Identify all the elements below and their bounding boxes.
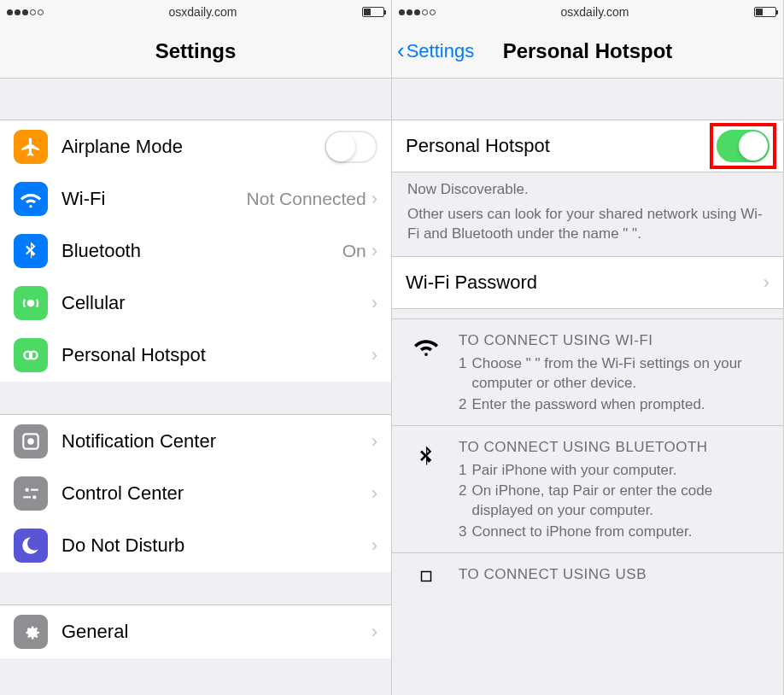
phone-personal-hotspot: osxdaily.com ‹ Settings Personal Hotspot… [392, 0, 784, 695]
row-label: Wi-Fi Password [406, 272, 764, 294]
status-domain: osxdaily.com [561, 5, 629, 19]
row-wifi[interactable]: Wi-Fi Not Connected › [0, 172, 391, 225]
gear-icon [14, 615, 48, 649]
chevron-left-icon: ‹ [397, 38, 405, 64]
chevron-right-icon: › [372, 430, 377, 453]
row-label: Control Center [61, 482, 372, 505]
hotspot-icon [14, 338, 48, 372]
svg-point-6 [32, 495, 36, 499]
row-control-center[interactable]: Control Center › [0, 467, 391, 520]
bluetooth-icon [407, 438, 445, 545]
settings-content: Airplane Mode Wi-Fi Not Connected › Blue… [0, 79, 391, 695]
instruction-step: Pair iPhone with your computer. [471, 461, 676, 481]
discoverable-text: Now Discoverable. Other users can look f… [392, 172, 783, 256]
discoverable-line2: Other users can look for your shared net… [407, 205, 768, 244]
chevron-right-icon: › [764, 272, 769, 294]
row-wifi-password[interactable]: Wi-Fi Password › [392, 256, 783, 309]
notification-icon [14, 424, 48, 458]
svg-point-3 [28, 439, 32, 443]
row-label: Cellular [61, 292, 372, 314]
row-airplane-mode[interactable]: Airplane Mode [0, 120, 391, 173]
instruction-bluetooth: TO CONNECT USING BLUETOOTH 1Pair iPhone … [392, 425, 783, 553]
hotspot-content: Personal Hotspot Now Discoverable. Other… [392, 79, 783, 695]
instruction-step: On iPhone, tap Pair or enter the code di… [471, 482, 768, 521]
svg-rect-5 [31, 488, 38, 490]
back-button[interactable]: ‹ Settings [397, 38, 474, 64]
chevron-right-icon: › [372, 240, 377, 262]
row-do-not-disturb[interactable]: Do Not Disturb › [0, 519, 391, 572]
nav-bar: ‹ Settings Personal Hotspot [392, 24, 783, 79]
svg-rect-8 [422, 572, 431, 581]
instruction-usb: TO CONNECT USING USB [392, 552, 783, 597]
battery-icon [754, 7, 776, 17]
signal-dots [7, 9, 44, 15]
wifi-icon [14, 182, 48, 216]
row-label: Airplane Mode [61, 136, 325, 158]
status-bar: osxdaily.com [392, 0, 783, 24]
phone-settings-list: osxdaily.com Settings Airplane Mode Wi-F… [0, 0, 392, 695]
row-label: Do Not Disturb [61, 534, 372, 557]
row-label: Wi-Fi [61, 188, 247, 210]
row-personal-hotspot[interactable]: Personal Hotspot › [0, 329, 391, 382]
row-general[interactable]: General › [0, 605, 391, 658]
chevron-right-icon: › [372, 621, 377, 643]
chevron-right-icon: › [372, 292, 377, 314]
row-notification-center[interactable]: Notification Center › [0, 415, 391, 468]
cellular-icon [14, 286, 48, 320]
discoverable-line1: Now Discoverable. [407, 180, 768, 200]
row-label: Bluetooth [61, 240, 342, 262]
chevron-right-icon: › [372, 482, 377, 505]
signal-dots [399, 9, 436, 15]
nav-bar: Settings [0, 24, 391, 79]
row-label: Notification Center [61, 430, 372, 453]
row-hotspot-toggle[interactable]: Personal Hotspot [392, 120, 783, 172]
bluetooth-icon [14, 234, 48, 268]
instruction-step: Connect to iPhone from computer. [471, 523, 692, 542]
control-center-icon [14, 476, 48, 511]
instruction-step: Choose " " from the Wi-Fi settings on yo… [471, 354, 768, 394]
nav-title: Personal Hotspot [503, 39, 673, 63]
instruction-step: Enter the password when prompted. [471, 395, 705, 415]
battery-icon [362, 7, 384, 17]
usb-icon [407, 565, 445, 588]
moon-icon [14, 529, 48, 563]
instruction-wifi: TO CONNECT USING WI-FI 1Choose " " from … [392, 318, 783, 425]
status-bar: osxdaily.com [0, 0, 391, 24]
hotspot-toggle[interactable] [717, 130, 769, 162]
svg-rect-7 [23, 496, 31, 498]
row-cellular[interactable]: Cellular › [0, 277, 391, 330]
svg-point-4 [26, 488, 29, 491]
status-domain: osxdaily.com [169, 5, 237, 19]
chevron-right-icon: › [372, 188, 377, 210]
instruction-title: TO CONNECT USING BLUETOOTH [459, 438, 768, 458]
nav-title: Settings [155, 39, 237, 63]
instruction-title: TO CONNECT USING USB [459, 565, 768, 585]
chevron-right-icon: › [372, 534, 377, 557]
back-label: Settings [407, 40, 475, 62]
row-value: On [342, 241, 366, 261]
airplane-toggle[interactable] [325, 131, 377, 163]
row-value: Not Connected [247, 189, 366, 209]
row-bluetooth[interactable]: Bluetooth On › [0, 225, 391, 277]
instruction-title: TO CONNECT USING WI-FI [459, 331, 768, 351]
airplane-icon [14, 130, 48, 164]
chevron-right-icon: › [372, 344, 377, 366]
wifi-icon [407, 331, 445, 417]
row-label: Personal Hotspot [61, 344, 372, 366]
row-label: General [61, 621, 372, 643]
